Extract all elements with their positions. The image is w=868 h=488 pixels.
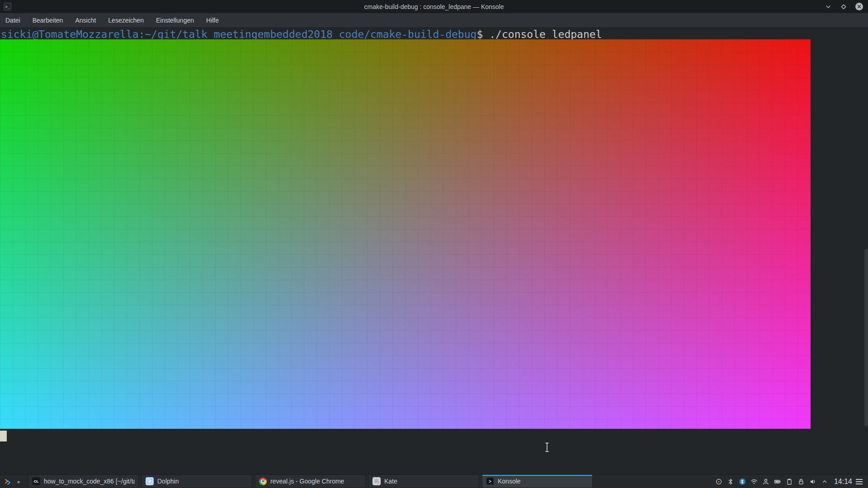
konsole-window-icon[interactable]: >_: [4, 3, 11, 10]
window-title: cmake-build-debug : console_ledpane — Ko…: [0, 3, 868, 10]
task-label: Kate: [384, 478, 397, 485]
menu-ansicht[interactable]: Ansicht: [75, 17, 96, 24]
konsole-icon: >: [486, 477, 494, 485]
kate-icon: [373, 477, 381, 485]
menubar: Datei Bearbeiten Ansicht Lesezeichen Ein…: [0, 13, 868, 27]
menu-bearbeiten[interactable]: Bearbeiten: [33, 17, 63, 24]
clipboard-icon[interactable]: [786, 478, 793, 485]
task-button-clion[interactable]: CL how_to_mock_code_x86 [~/git/tal...: [28, 475, 139, 488]
panel-widget-icon[interactable]: [3, 477, 13, 487]
mouse-cursor: [544, 442, 550, 455]
menu-datei[interactable]: Datei: [5, 17, 20, 24]
menu-lesezeichen[interactable]: Lesezeichen: [108, 17, 144, 24]
terminal-screen[interactable]: sicki@TomateMozzarella:~/git/talk_meetin…: [0, 27, 868, 474]
menu-einstellungen[interactable]: Einstellungen: [156, 17, 194, 24]
volume-icon[interactable]: [809, 478, 817, 485]
task-label: how_to_mock_code_x86 [~/git/tal...: [44, 478, 135, 485]
user-icon[interactable]: [762, 478, 770, 485]
task-label: reveal.js - Google Chrome: [270, 478, 344, 485]
task-label: Konsole: [498, 478, 521, 485]
task-button-dolphin[interactable]: Dolphin: [142, 475, 252, 488]
menu-hilfe[interactable]: Hilfe: [206, 17, 219, 24]
window-titlebar[interactable]: >_ cmake-build-debug : console_ledpane —…: [0, 0, 868, 13]
task-label: Dolphin: [157, 478, 179, 485]
shell-prompt: sicki@TomateMozzarella:~/git/talk_meetin…: [1, 28, 476, 40]
task-button-konsole[interactable]: > Konsole: [482, 475, 593, 488]
status-circle-icon[interactable]: [715, 478, 723, 485]
chevron-down-icon: [825, 4, 831, 10]
maximize-button[interactable]: [840, 3, 848, 11]
lock-icon[interactable]: [797, 478, 805, 485]
close-button[interactable]: [855, 3, 863, 11]
task-button-chrome[interactable]: reveal.js - Google Chrome: [255, 475, 366, 488]
close-icon: [855, 3, 863, 10]
wifi-icon[interactable]: [750, 478, 758, 485]
panel-menu-icon[interactable]: [856, 479, 863, 484]
expand-tray-icon[interactable]: [821, 478, 829, 485]
prompt-dollar: $: [476, 28, 483, 40]
terminal-scrollbar[interactable]: [864, 249, 868, 426]
system-tray: [715, 478, 831, 485]
command-text: ./console_ledpanel: [489, 28, 602, 40]
minimize-button[interactable]: [824, 3, 832, 11]
terminal-prompt-line: sicki@TomateMozzarella:~/git/talk_meetin…: [1, 28, 602, 40]
bluetooth-icon[interactable]: [727, 478, 735, 485]
diamond-icon: [840, 4, 847, 10]
window-controls: [824, 3, 868, 11]
kdeconnect-icon[interactable]: [739, 478, 746, 485]
clion-icon: CL: [32, 477, 40, 485]
terminal-cursor: [0, 431, 7, 441]
ledpanel-gradient-output: [0, 39, 811, 429]
taskbar-clock[interactable]: 14:14: [834, 478, 852, 486]
task-list-expander-icon[interactable]: ▸: [15, 479, 23, 485]
battery-icon[interactable]: [774, 478, 782, 485]
dolphin-icon: [146, 477, 154, 485]
chrome-icon: [259, 478, 267, 485]
taskbar: ▸ CL how_to_mock_code_x86 [~/git/tal... …: [0, 474, 868, 488]
task-button-kate[interactable]: Kate: [368, 475, 479, 488]
